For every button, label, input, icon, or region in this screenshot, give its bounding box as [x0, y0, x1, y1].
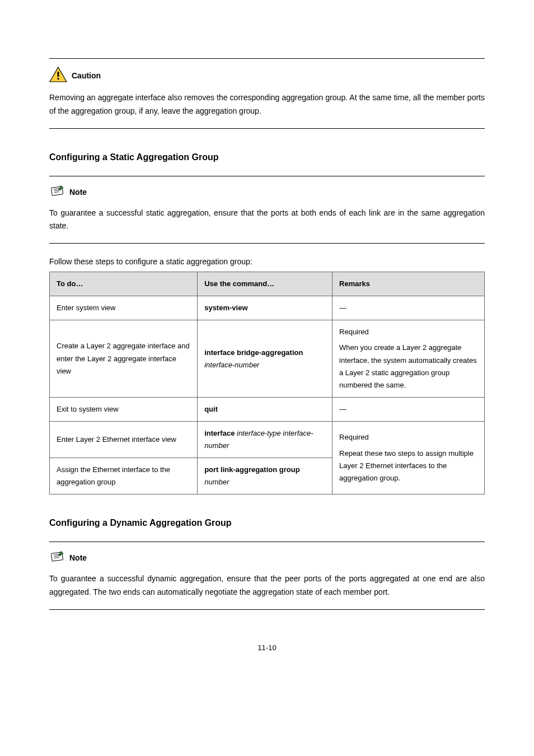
table-row: Exit to system view quit — — [50, 397, 485, 421]
cell-remarks: — — [332, 397, 485, 421]
cell-todo: Create a Layer 2 aggregate interface and… — [50, 320, 198, 397]
cell-remarks: — — [332, 296, 485, 320]
static-note-body: To guarantee a successful static aggrega… — [49, 207, 485, 234]
cell-cmd: system-view — [198, 296, 332, 320]
col-cmd: Use the command… — [198, 272, 332, 296]
caution-head: Caution — [49, 67, 485, 85]
cell-cmd: port link-aggregation group number — [198, 458, 332, 494]
col-remarks: Remarks — [332, 272, 485, 296]
static-note-head: Note — [49, 184, 485, 200]
cell-todo: Enter system view — [50, 296, 198, 320]
cell-todo: Enter Layer 2 Ethernet interface view — [50, 421, 198, 458]
cell-remarks: Required When you create a Layer 2 aggre… — [332, 320, 485, 397]
dynamic-note-label: Note — [69, 553, 87, 562]
static-intro: Follow these steps to configure a static… — [49, 257, 485, 266]
caution-body: Removing an aggregate interface also rem… — [49, 91, 485, 118]
cell-cmd: quit — [198, 397, 332, 421]
static-note-label: Note — [69, 188, 87, 197]
static-config-table: To do… Use the command… Remarks Enter sy… — [49, 272, 485, 494]
table-row: Create a Layer 2 aggregate interface and… — [50, 320, 485, 397]
dynamic-note-callout: Note To guarantee a successful dynamic a… — [49, 542, 485, 610]
caution-label: Caution — [72, 71, 101, 80]
table-header-row: To do… Use the command… Remarks — [50, 272, 485, 296]
col-todo: To do… — [50, 272, 198, 296]
cell-remarks-merged: Required Repeat these two steps to assig… — [332, 421, 485, 494]
dynamic-note-body: To guarantee a successful dynamic aggreg… — [49, 572, 485, 599]
caution-callout: Caution Removing an aggregate interface … — [49, 58, 485, 129]
section-title-static: Configuring a Static Aggregation Group — [49, 152, 485, 162]
table-row: Enter system view system-view — — [50, 296, 485, 320]
page-root: Caution Removing an aggregate interface … — [0, 0, 534, 674]
static-note-callout: Note To guarantee a successful static ag… — [49, 176, 485, 244]
svg-rect-1 — [58, 72, 59, 77]
dynamic-note-head: Note — [49, 550, 485, 566]
page-number: 11-10 — [49, 643, 485, 652]
cell-cmd: interface bridge-aggregation interface-n… — [198, 320, 332, 397]
svg-rect-2 — [58, 78, 59, 80]
table-row: Enter Layer 2 Ethernet interface view in… — [50, 421, 485, 458]
note-icon — [49, 550, 65, 566]
cell-todo: Assign the Ethernet interface to the agg… — [50, 458, 198, 494]
note-icon — [49, 184, 65, 200]
caution-icon — [49, 67, 67, 85]
cell-todo: Exit to system view — [50, 397, 198, 421]
section-title-dynamic: Configuring a Dynamic Aggregation Group — [49, 518, 485, 528]
cell-cmd: interface interface-type interface-numbe… — [198, 421, 332, 458]
